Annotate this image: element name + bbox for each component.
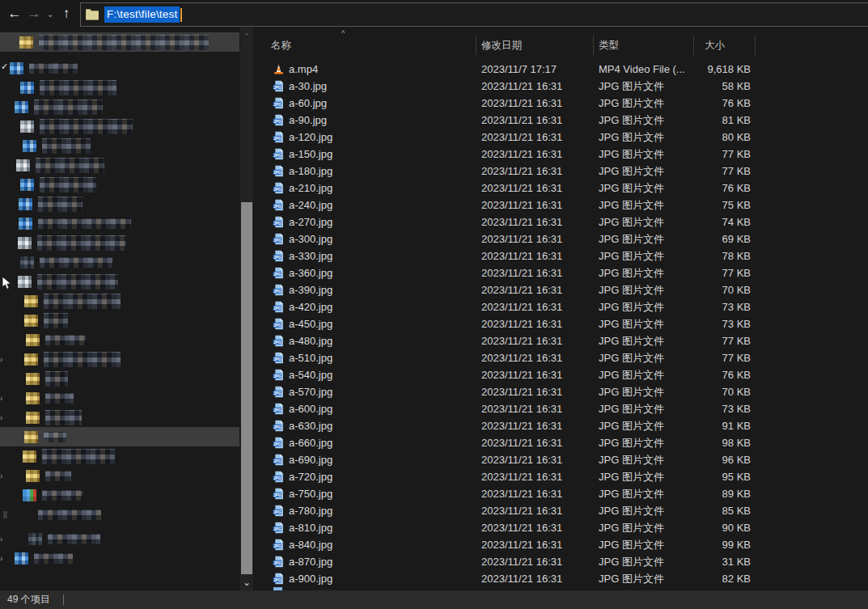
file-name[interactable]: a-840.jpg (289, 539, 481, 551)
file-row[interactable]: JPGa-330.jpg2023/11/21 16:31JPG 图片文件78 K… (263, 247, 868, 264)
tree-item[interactable] (0, 272, 253, 291)
file-row[interactable]: JPGa-900.jpg2023/11/21 16:31JPG 图片文件82 K… (263, 570, 868, 587)
file-row[interactable]: JPGa-240.jpg2023/11/21 16:31JPG 图片文件75 K… (263, 197, 868, 214)
column-divider[interactable] (476, 36, 476, 55)
file-row[interactable]: JPGa-630.jpg2023/11/21 16:31JPG 图片文件91 K… (263, 417, 868, 434)
file-row[interactable]: JPGa-150.jpg2023/11/21 16:31JPG 图片文件77 K… (263, 146, 868, 163)
tree-item[interactable]: › (0, 529, 253, 548)
expand-chevron-icon[interactable]: › (0, 355, 7, 364)
file-name[interactable]: a-570.jpg (289, 386, 481, 398)
file-name[interactable]: a-240.jpg (289, 199, 481, 211)
address-input[interactable]: F:\test\file\test (104, 6, 180, 23)
tree-item[interactable] (0, 233, 253, 252)
file-row[interactable]: JPGa-810.jpg2023/11/21 16:31JPG 图片文件90 K… (263, 519, 868, 536)
file-row[interactable]: JPGa-300.jpg2023/11/21 16:31JPG 图片文件69 K… (263, 230, 868, 247)
file-row[interactable]: JPGa-30.jpg2023/11/21 16:31JPG 图片文件58 KB (263, 78, 868, 95)
tree-item[interactable] (0, 136, 253, 155)
expand-chevron-icon[interactable]: › (0, 535, 7, 543)
expand-chevron-icon[interactable]: › (0, 394, 7, 403)
file-name[interactable]: a-390.jpg (289, 284, 481, 296)
file-name[interactable]: a-180.jpg (289, 165, 481, 177)
file-name[interactable]: a-60.jpg (289, 97, 481, 109)
tree-item[interactable]: › (0, 548, 253, 568)
file-name[interactable]: a-690.jpg (289, 454, 481, 466)
file-row[interactable]: JPGa-540.jpg2023/11/21 16:31JPG 图片文件76 K… (263, 366, 868, 383)
expand-chevron-icon[interactable]: › (0, 472, 7, 480)
scrollbar-down-icon[interactable]: ⌄ (240, 577, 253, 588)
scrollbar-up-icon[interactable]: ⌃ (240, 32, 253, 40)
file-row[interactable]: JPGa-720.jpg2023/11/21 16:31JPG 图片文件95 K… (263, 468, 868, 485)
tree-item[interactable] (0, 369, 253, 388)
column-header-size[interactable]: 大小 (705, 39, 725, 53)
tree-item[interactable]: › (0, 408, 253, 427)
file-name[interactable]: a-720.jpg (289, 471, 481, 483)
file-name[interactable]: a-810.jpg (289, 522, 481, 534)
file-name[interactable]: a-900.jpg (289, 573, 481, 585)
tree-item[interactable] (0, 155, 253, 175)
file-row[interactable]: JPGa-450.jpg2023/11/21 16:31JPG 图片文件73 K… (263, 315, 868, 332)
file-name[interactable]: a-330.jpg (289, 250, 481, 262)
file-row[interactable]: JPGa-180.jpg2023/11/21 16:31JPG 图片文件77 K… (263, 163, 868, 180)
file-row[interactable]: JPGa-90.jpg2023/11/21 16:31JPG 图片文件81 KB (263, 112, 868, 129)
tree-scrollbar[interactable]: ⌃ ⌄ (240, 27, 253, 590)
forward-button[interactable]: → (24, 0, 44, 27)
file-row[interactable]: JPGa-570.jpg2023/11/21 16:31JPG 图片文件70 K… (263, 383, 868, 400)
tree-item[interactable]: › (0, 466, 253, 485)
tree-item[interactable]: › (0, 388, 253, 408)
file-name[interactable]: a-660.jpg (289, 437, 481, 449)
file-row[interactable]: JPGa-750.jpg2023/11/21 16:31JPG 图片文件89 K… (263, 485, 868, 502)
file-name[interactable]: a-30.jpg (289, 80, 481, 92)
file-name[interactable]: a-420.jpg (289, 301, 481, 313)
file-name[interactable]: a-870.jpg (289, 556, 481, 568)
tree-item[interactable] (0, 78, 253, 97)
file-name[interactable]: a-210.jpg (289, 182, 481, 194)
file-name[interactable]: a-450.jpg (289, 318, 481, 330)
tree-item[interactable] (0, 175, 253, 194)
tree-item[interactable] (0, 291, 253, 311)
tree-item[interactable] (0, 97, 253, 116)
file-row[interactable]: JPGa-840.jpg2023/11/21 16:31JPG 图片文件99 K… (263, 536, 868, 553)
tree-item-selected[interactable] (0, 427, 239, 446)
file-row[interactable]: JPGa-420.jpg2023/11/21 16:31JPG 图片文件73 K… (263, 298, 868, 315)
file-row[interactable]: JPGa-120.jpg2023/11/21 16:31JPG 图片文件80 K… (263, 129, 868, 146)
file-row[interactable]: JPGa-390.jpg2023/11/21 16:31JPG 图片文件70 K… (263, 281, 868, 298)
tree-item[interactable] (0, 446, 253, 466)
file-row[interactable]: JPGa-270.jpg2023/11/21 16:31JPG 图片文件74 K… (263, 214, 868, 230)
file-row[interactable]: JPGa-210.jpg2023/11/21 16:31JPG 图片文件76 K… (263, 180, 868, 197)
file-row[interactable]: JPGa-510.jpg2023/11/21 16:31JPG 图片文件77 K… (263, 349, 868, 366)
column-divider[interactable] (693, 36, 694, 55)
column-divider[interactable] (755, 36, 756, 55)
file-row[interactable]: JPGa-690.jpg2023/11/21 16:31JPG 图片文件96 K… (263, 451, 868, 468)
file-row[interactable]: JPGa-870.jpg2023/11/21 16:31JPG 图片文件31 K… (263, 553, 868, 570)
file-name[interactable]: a-540.jpg (289, 369, 481, 381)
column-header-date-modified[interactable]: 修改日期 (481, 39, 522, 53)
tree-item[interactable] (0, 330, 253, 349)
file-name[interactable]: a-630.jpg (289, 420, 481, 432)
expand-chevron-icon[interactable]: › (0, 554, 7, 563)
file-row[interactable]: JPGa-60.jpg2023/11/21 16:31JPG 图片文件76 KB (263, 95, 868, 112)
file-name[interactable]: a-150.jpg (289, 148, 481, 160)
expand-chevron-icon[interactable]: › (0, 413, 7, 422)
file-name[interactable]: a-780.jpg (289, 505, 481, 517)
file-name[interactable]: a-120.jpg (289, 131, 481, 143)
up-button[interactable]: ↑ (57, 0, 76, 27)
file-row[interactable]: a.mp42023/11/7 17:17MP4 Video File (...9… (263, 61, 868, 78)
tree-item[interactable] (0, 116, 253, 136)
file-row[interactable]: JPGa-660.jpg2023/11/21 16:31JPG 图片文件98 K… (263, 434, 868, 451)
column-divider[interactable] (593, 36, 594, 55)
scrollbar-thumb[interactable] (241, 202, 252, 574)
file-name[interactable]: a-300.jpg (289, 233, 481, 245)
file-name[interactable]: a-360.jpg (289, 267, 481, 279)
back-button[interactable]: ← (5, 0, 24, 27)
file-name[interactable]: a.mp4 (289, 63, 481, 75)
tree-item[interactable] (0, 505, 253, 524)
file-row[interactable]: JPGa-780.jpg2023/11/21 16:31JPG 图片文件85 K… (263, 502, 868, 519)
recent-locations-dropdown-icon[interactable]: ⌄ (44, 0, 57, 27)
file-row[interactable]: JPGa-360.jpg2023/11/21 16:31JPG 图片文件77 K… (263, 264, 868, 281)
file-name[interactable]: a-600.jpg (289, 403, 481, 415)
tree-item-selected[interactable] (0, 32, 239, 52)
tree-item[interactable] (0, 194, 253, 214)
column-header-type[interactable]: 类型 (599, 39, 619, 53)
file-name[interactable]: a-750.jpg (289, 488, 481, 500)
column-header-name[interactable]: 名称 (271, 39, 291, 53)
